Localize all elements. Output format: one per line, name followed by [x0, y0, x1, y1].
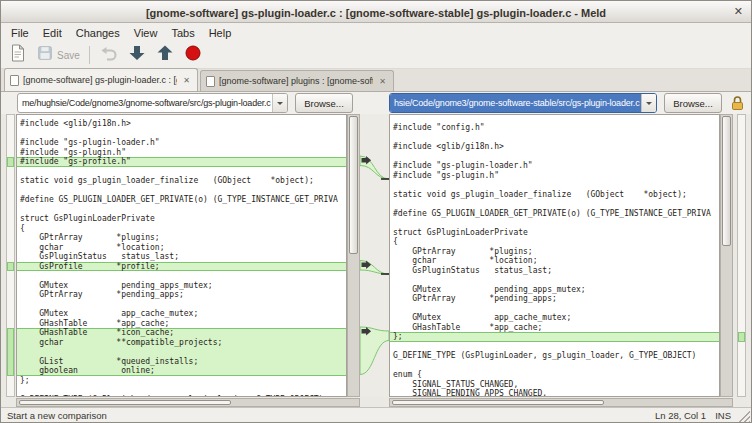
- menu-view[interactable]: View: [127, 25, 165, 41]
- titlebar[interactable]: [gnome-software] gs-plugin-loader.c : [g…: [1, 1, 751, 23]
- code-line: GPtrArray *plugins;: [17, 233, 346, 243]
- left-vertical-scrollbar[interactable]: [347, 114, 360, 397]
- diff-link-canvas: [360, 114, 389, 397]
- next-change-button[interactable]: [124, 43, 150, 67]
- code-line: gchar *location;: [17, 243, 346, 253]
- code-line: };: [17, 376, 346, 386]
- save-label: Save: [57, 50, 80, 61]
- code-line: GPtrArray *pending_apps;: [17, 290, 346, 300]
- code-line: [390, 218, 719, 228]
- code-line: GsPluginStatus status_last;: [390, 266, 719, 276]
- code-line: [390, 199, 719, 209]
- arrow-up-icon: [155, 43, 175, 67]
- code-line: GsPluginStatus status_last;: [17, 252, 346, 262]
- code-line: {: [17, 224, 346, 234]
- tab-label: [gnome-software] plugins : [gnome-soft: [219, 76, 373, 86]
- diff-area: #include <glib/gi18n.h> #include "gs-plu…: [1, 114, 751, 407]
- new-comparison-button[interactable]: [5, 43, 31, 67]
- stop-icon: [183, 43, 203, 67]
- menu-tabs[interactable]: Tabs: [164, 25, 201, 41]
- left-file-combo[interactable]: me/hughsie/Code/gnome3/gnome-software/sr…: [17, 93, 288, 113]
- right-file-path: hsie/Code/gnome3/gnome-software-stable/s…: [390, 94, 641, 112]
- tab-0[interactable]: [gnome-software] gs-plugin-loader.c : [g…: [4, 68, 198, 91]
- scrollbar-thumb[interactable]: [722, 116, 731, 246]
- code-line: [390, 180, 719, 190]
- deleted-lines-marker: [381, 273, 389, 275]
- scrollbar-thumb[interactable]: [349, 116, 358, 254]
- code-line: #include "gs-plugin.h": [17, 148, 346, 158]
- undo-icon: [99, 43, 119, 67]
- meld-window: [gnome-software] gs-plugin-loader.c : [g…: [0, 0, 752, 423]
- diff-map-segment[interactable]: [7, 262, 14, 272]
- status-bar: Start a new comparison Ln 28, Col 1 INS: [1, 407, 751, 423]
- toolbar-separator: [89, 46, 90, 64]
- right-diff-map[interactable]: [737, 114, 746, 397]
- right-vertical-scrollbar[interactable]: [720, 114, 733, 397]
- code-line: GHashTable *app_cache;: [17, 319, 346, 329]
- left-diff-map[interactable]: [6, 114, 15, 397]
- scrollbar-thumb[interactable]: [19, 400, 231, 405]
- diff-map-segment[interactable]: [738, 332, 745, 342]
- window-close-button[interactable]: ✕: [734, 1, 743, 22]
- scrollbar-thumb[interactable]: [392, 400, 604, 405]
- deleted-lines-marker: [381, 178, 389, 180]
- right-code-pane[interactable]: #include "config.h" #include <glib/gi18n…: [389, 114, 720, 397]
- input-mode: INS: [715, 410, 731, 421]
- code-line: [390, 342, 719, 352]
- toolbar: Save: [1, 42, 751, 69]
- diff-link-curve: [360, 327, 389, 375]
- menu-help[interactable]: Help: [202, 25, 239, 41]
- code-line: [17, 129, 346, 139]
- arrow-down-icon: [127, 43, 147, 67]
- code-line: [17, 271, 346, 281]
- code-line: [390, 152, 719, 162]
- code-line: };: [390, 332, 719, 342]
- link-gutter: [360, 114, 389, 397]
- right-browse-button[interactable]: Browse...: [664, 93, 722, 113]
- code-line: GMutex pending_apps_mutex;: [390, 285, 719, 295]
- status-message: Start a new comparison: [7, 410, 107, 421]
- code-line: G_DEFINE_TYPE (GsPluginLoader, gs_plugin…: [390, 351, 719, 361]
- chevron-down-icon[interactable]: [272, 94, 287, 112]
- code-line: [17, 205, 346, 215]
- code-line: GMutex app_cache_mutex;: [17, 309, 346, 319]
- code-line: GHashTable *icon_cache;: [17, 328, 346, 338]
- left-horizontal-scrollbar[interactable]: [16, 398, 360, 407]
- code-line: GMutex pending_apps_mutex;: [17, 281, 346, 291]
- tab-label: [gnome-software] gs-plugin-loader.c : [g: [23, 75, 177, 85]
- code-line: gboolean online;: [17, 366, 346, 376]
- tab-close-icon[interactable]: ✕: [181, 75, 192, 86]
- code-line: gchar *location;: [390, 256, 719, 266]
- tab-bar: [gnome-software] gs-plugin-loader.c : [g…: [1, 69, 751, 92]
- menu-edit[interactable]: Edit: [36, 25, 69, 41]
- menu-changes[interactable]: Changes: [69, 25, 127, 41]
- save-floppy-icon: [36, 44, 54, 66]
- left-code-pane[interactable]: #include <glib/gi18n.h> #include "gs-plu…: [16, 114, 347, 397]
- code-line: SIGNAL_PENDING_APPS_CHANGED,: [390, 389, 719, 397]
- stop-button[interactable]: [180, 43, 206, 67]
- code-line: [17, 167, 346, 177]
- code-line: [390, 361, 719, 371]
- previous-change-button[interactable]: [152, 43, 178, 67]
- code-line: static void gs_plugin_loader_finalize (G…: [17, 176, 346, 186]
- save-button[interactable]: Save: [33, 43, 83, 67]
- menu-file[interactable]: File: [4, 25, 36, 41]
- right-horizontal-scrollbar[interactable]: [389, 398, 733, 407]
- cursor-position: Ln 28, Col 1: [655, 410, 706, 421]
- diff-map-segment[interactable]: [7, 328, 14, 376]
- code-line: enum {: [390, 370, 719, 380]
- right-file-combo[interactable]: hsie/Code/gnome3/gnome-software-stable/s…: [389, 93, 657, 113]
- chevron-down-icon[interactable]: [641, 94, 656, 112]
- tab-close-icon[interactable]: ✕: [377, 76, 388, 87]
- undo-button[interactable]: [96, 43, 122, 67]
- tab-1[interactable]: [gnome-software] plugins : [gnome-soft✕: [200, 70, 394, 91]
- code-line: #include "gs-plugin-loader.h": [17, 138, 346, 148]
- left-browse-button[interactable]: Browse...: [295, 93, 353, 113]
- code-line: GList *queued_installs;: [17, 357, 346, 367]
- code-line: #include <glib/gi18n.h>: [17, 119, 346, 129]
- file-icon: [206, 76, 215, 87]
- code-line: [17, 300, 346, 310]
- window-title: [gnome-software] gs-plugin-loader.c : [g…: [146, 7, 606, 19]
- lock-icon[interactable]: [730, 95, 745, 115]
- diff-map-segment[interactable]: [7, 157, 14, 167]
